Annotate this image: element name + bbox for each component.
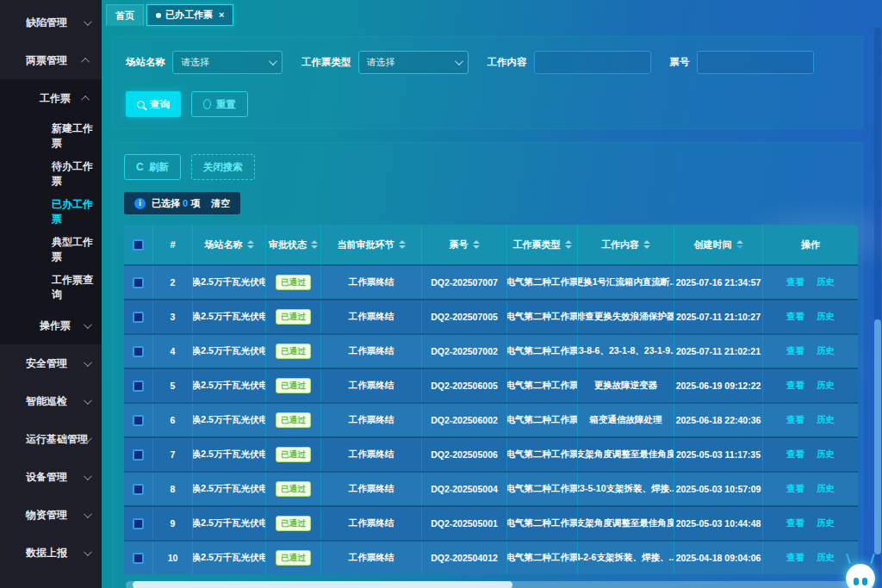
- sidebar-item[interactable]: 设备管理: [0, 458, 102, 496]
- history-link[interactable]: 历史: [817, 345, 835, 357]
- work-content-cell[interactable]: 4-2-6支架拆装、焊接、...: [578, 542, 674, 574]
- work-content-cell[interactable]: 更换1号汇流箱内直流断...: [578, 266, 674, 299]
- view-link[interactable]: 查看: [786, 552, 804, 564]
- vertical-scrollbar-thumb[interactable]: [874, 319, 881, 554]
- tab-home[interactable]: 首页: [106, 4, 144, 26]
- station-name-select[interactable]: 请选择: [172, 51, 283, 74]
- sidebar-item[interactable]: 典型工作票: [0, 231, 102, 269]
- station-name-cell[interactable]: 临涣2.5万千瓦光伏电...: [193, 542, 266, 574]
- column-header[interactable]: 审批状态: [266, 225, 321, 264]
- sidebar-item[interactable]: 已办工作票: [0, 193, 102, 231]
- sidebar-item[interactable]: 智能巡检: [0, 382, 102, 420]
- work-content-cell[interactable]: 箱变通信故障处理: [578, 404, 674, 436]
- close-icon[interactable]: ×: [219, 10, 224, 20]
- work-content-input[interactable]: [534, 51, 651, 74]
- horizontal-scrollbar-thumb[interactable]: [133, 581, 512, 588]
- station-name-cell[interactable]: 临涣2.5万千瓦光伏电...: [193, 404, 266, 436]
- column-header[interactable]: 工作内容: [578, 225, 674, 264]
- sidebar-item[interactable]: 操作票: [0, 306, 102, 344]
- work-content-cell[interactable]: 更换故障逆变器: [578, 369, 674, 402]
- station-name-cell[interactable]: 临涣2.5万千瓦光伏电...: [193, 335, 266, 368]
- row-checkbox[interactable]: [133, 518, 144, 529]
- view-link[interactable]: 查看: [786, 276, 804, 288]
- column-header[interactable]: 工作票类型: [507, 225, 578, 264]
- history-link[interactable]: 历史: [817, 380, 835, 392]
- work-content-cell[interactable]: 支架角度调整至最佳角度: [578, 507, 674, 540]
- history-link[interactable]: 历史: [817, 552, 835, 564]
- column-header[interactable]: 当前审批环节: [321, 225, 422, 264]
- select-all-checkbox[interactable]: [133, 239, 144, 251]
- tab-done-work-tickets[interactable]: 已办工作票 ×: [146, 4, 233, 26]
- station-name-cell[interactable]: 临涣2.5万千瓦光伏电...: [193, 507, 266, 540]
- sort-icon[interactable]: [311, 240, 318, 249]
- history-link[interactable]: 历史: [817, 517, 835, 529]
- station-name-cell[interactable]: 临涣2.5万千瓦光伏电...: [193, 438, 266, 471]
- row-checkbox[interactable]: [133, 346, 144, 357]
- history-link[interactable]: 历史: [817, 311, 835, 323]
- clear-selection-link[interactable]: 清空: [211, 197, 230, 210]
- column-header[interactable]: 创建时间: [674, 225, 763, 264]
- row-checkbox[interactable]: [133, 553, 144, 564]
- work-content-cell[interactable]: 23-8-6、23-1-8、23-1-9...: [578, 335, 674, 368]
- sidebar-item[interactable]: 新建工作票: [0, 117, 102, 155]
- sidebar-item[interactable]: 工作票查询: [0, 269, 102, 306]
- refresh-button[interactable]: C 刷新: [124, 154, 181, 180]
- approval-status-cell: 已通过: [266, 542, 321, 574]
- view-link[interactable]: 查看: [786, 380, 804, 392]
- column-header[interactable]: 票号: [422, 225, 507, 264]
- row-checkbox[interactable]: [133, 312, 144, 323]
- station-name-cell[interactable]: 临涣2.5万千瓦光伏电...: [193, 369, 266, 402]
- history-link[interactable]: 历史: [817, 414, 835, 426]
- station-name-cell[interactable]: 临涣2.5万千瓦光伏电...: [193, 473, 266, 505]
- table-row: 8临涣2.5万千瓦光伏电...已通过工作票终结DQ2-202505004电气第二…: [124, 471, 858, 505]
- ticket-no-cell: DQ2-202507005: [422, 300, 507, 333]
- horizontal-scrollbar[interactable]: [126, 581, 856, 588]
- ticket-no-input[interactable]: [697, 51, 814, 74]
- work-content-cell[interactable]: 支架角度调整至最佳角度: [578, 438, 674, 471]
- view-link[interactable]: 查看: [786, 517, 804, 529]
- sidebar-item[interactable]: 工作票: [0, 79, 102, 117]
- query-button[interactable]: 查询: [126, 91, 181, 117]
- sort-icon[interactable]: [473, 240, 480, 249]
- sidebar-item[interactable]: 缺陷管理: [0, 3, 102, 41]
- row-actions-cell: 查看历史: [763, 507, 858, 540]
- sidebar-item[interactable]: 运行基础管理: [0, 420, 102, 458]
- sidebar-item[interactable]: 数据上报: [0, 534, 102, 572]
- history-link[interactable]: 历史: [817, 449, 835, 461]
- sidebar-item[interactable]: 待办工作票: [0, 155, 102, 193]
- row-checkbox[interactable]: [133, 449, 144, 461]
- sort-icon[interactable]: [736, 240, 743, 249]
- history-link[interactable]: 历史: [817, 276, 835, 288]
- row-checkbox[interactable]: [133, 277, 144, 288]
- ticket-type-cell: 电气第二种工作票: [507, 438, 578, 471]
- view-link[interactable]: 查看: [786, 414, 804, 426]
- ticket-type-select[interactable]: 请选择: [358, 51, 469, 74]
- assistant-robot-icon[interactable]: [842, 554, 879, 588]
- status-badge: 已通过: [276, 447, 311, 461]
- view-link[interactable]: 查看: [786, 345, 804, 357]
- row-checkbox[interactable]: [133, 381, 144, 392]
- sort-icon[interactable]: [399, 240, 406, 249]
- history-link[interactable]: 历史: [817, 483, 835, 495]
- close-search-button[interactable]: 关闭搜索: [191, 154, 255, 180]
- station-name-cell[interactable]: 临涣2.5万千瓦光伏电...: [193, 300, 266, 333]
- sort-icon[interactable]: [247, 240, 254, 249]
- filter-panel: 场站名称 请选择 工作票类型 请选择 工作内容 票号: [112, 36, 863, 129]
- vertical-scrollbar[interactable]: [874, 28, 881, 588]
- sort-icon[interactable]: [565, 240, 572, 249]
- column-header[interactable]: 场站名称: [193, 225, 266, 264]
- view-link[interactable]: 查看: [786, 311, 804, 323]
- view-link[interactable]: 查看: [786, 449, 804, 461]
- row-checkbox[interactable]: [133, 484, 144, 495]
- sidebar-item[interactable]: 安全管理: [0, 344, 102, 382]
- sidebar-item[interactable]: 物资管理: [0, 496, 102, 534]
- work-content-cell[interactable]: 排查更换失效浪涌保护器: [578, 300, 674, 333]
- reset-button[interactable]: 重置: [191, 91, 248, 117]
- station-name-cell[interactable]: 临涣2.5万千瓦光伏电...: [193, 266, 266, 299]
- sidebar-item[interactable]: 两票管理: [0, 41, 102, 79]
- row-checkbox-cell: [124, 542, 153, 574]
- sort-icon[interactable]: [643, 240, 650, 249]
- work-content-cell[interactable]: 23-5-10支架拆装、焊接...: [578, 473, 674, 505]
- view-link[interactable]: 查看: [786, 483, 804, 495]
- row-checkbox[interactable]: [133, 415, 144, 426]
